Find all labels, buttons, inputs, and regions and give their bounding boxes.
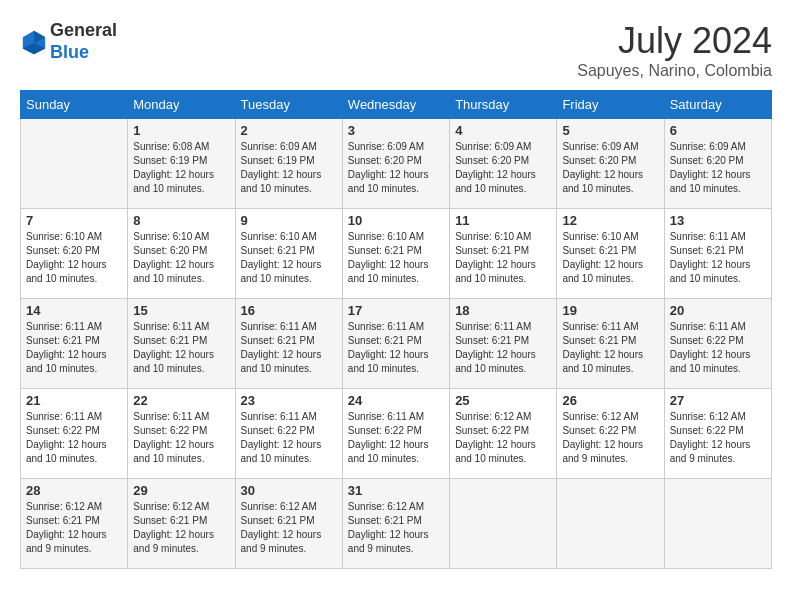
sunset-label: Sunset: 6:20 PM bbox=[455, 155, 529, 166]
daylight-label: Daylight: 12 hours and 10 minutes. bbox=[348, 439, 429, 464]
day-number: 21 bbox=[26, 393, 122, 408]
calendar-cell: 5 Sunrise: 6:09 AM Sunset: 6:20 PM Dayli… bbox=[557, 119, 664, 209]
sunrise-label: Sunrise: 6:12 AM bbox=[241, 501, 317, 512]
sunset-label: Sunset: 6:20 PM bbox=[562, 155, 636, 166]
sunrise-label: Sunrise: 6:12 AM bbox=[26, 501, 102, 512]
cell-content: Sunrise: 6:11 AM Sunset: 6:21 PM Dayligh… bbox=[348, 320, 444, 376]
sunrise-label: Sunrise: 6:09 AM bbox=[241, 141, 317, 152]
sunset-label: Sunset: 6:21 PM bbox=[348, 335, 422, 346]
day-number: 12 bbox=[562, 213, 658, 228]
weekday-header: Sunday bbox=[21, 91, 128, 119]
logo: General Blue bbox=[20, 20, 117, 63]
daylight-label: Daylight: 12 hours and 10 minutes. bbox=[241, 439, 322, 464]
day-number: 19 bbox=[562, 303, 658, 318]
weekday-header: Thursday bbox=[450, 91, 557, 119]
daylight-label: Daylight: 12 hours and 10 minutes. bbox=[241, 259, 322, 284]
cell-content: Sunrise: 6:12 AM Sunset: 6:21 PM Dayligh… bbox=[348, 500, 444, 556]
calendar-cell: 23 Sunrise: 6:11 AM Sunset: 6:22 PM Dayl… bbox=[235, 389, 342, 479]
sunrise-label: Sunrise: 6:10 AM bbox=[348, 231, 424, 242]
sunset-label: Sunset: 6:21 PM bbox=[455, 335, 529, 346]
sunrise-label: Sunrise: 6:12 AM bbox=[670, 411, 746, 422]
calendar-cell: 22 Sunrise: 6:11 AM Sunset: 6:22 PM Dayl… bbox=[128, 389, 235, 479]
logo-icon bbox=[20, 28, 48, 56]
calendar-cell: 9 Sunrise: 6:10 AM Sunset: 6:21 PM Dayli… bbox=[235, 209, 342, 299]
daylight-label: Daylight: 12 hours and 10 minutes. bbox=[670, 259, 751, 284]
sunrise-label: Sunrise: 6:12 AM bbox=[133, 501, 209, 512]
cell-content: Sunrise: 6:11 AM Sunset: 6:22 PM Dayligh… bbox=[26, 410, 122, 466]
cell-content: Sunrise: 6:11 AM Sunset: 6:21 PM Dayligh… bbox=[241, 320, 337, 376]
day-number: 22 bbox=[133, 393, 229, 408]
day-number: 23 bbox=[241, 393, 337, 408]
sunrise-label: Sunrise: 6:11 AM bbox=[670, 321, 746, 332]
cell-content: Sunrise: 6:11 AM Sunset: 6:22 PM Dayligh… bbox=[348, 410, 444, 466]
sunset-label: Sunset: 6:21 PM bbox=[348, 245, 422, 256]
cell-content: Sunrise: 6:11 AM Sunset: 6:21 PM Dayligh… bbox=[133, 320, 229, 376]
sunrise-label: Sunrise: 6:11 AM bbox=[26, 321, 102, 332]
calendar-week-row: 21 Sunrise: 6:11 AM Sunset: 6:22 PM Dayl… bbox=[21, 389, 772, 479]
weekday-header: Monday bbox=[128, 91, 235, 119]
cell-content: Sunrise: 6:11 AM Sunset: 6:22 PM Dayligh… bbox=[133, 410, 229, 466]
logo-line2: Blue bbox=[50, 42, 117, 64]
header-row: SundayMondayTuesdayWednesdayThursdayFrid… bbox=[21, 91, 772, 119]
sunset-label: Sunset: 6:20 PM bbox=[133, 245, 207, 256]
sunset-label: Sunset: 6:21 PM bbox=[670, 245, 744, 256]
sunset-label: Sunset: 6:21 PM bbox=[562, 335, 636, 346]
day-number: 31 bbox=[348, 483, 444, 498]
daylight-label: Daylight: 12 hours and 10 minutes. bbox=[348, 169, 429, 194]
daylight-label: Daylight: 12 hours and 9 minutes. bbox=[348, 529, 429, 554]
daylight-label: Daylight: 12 hours and 10 minutes. bbox=[455, 349, 536, 374]
day-number: 7 bbox=[26, 213, 122, 228]
weekday-header: Wednesday bbox=[342, 91, 449, 119]
calendar-cell: 24 Sunrise: 6:11 AM Sunset: 6:22 PM Dayl… bbox=[342, 389, 449, 479]
daylight-label: Daylight: 12 hours and 10 minutes. bbox=[133, 439, 214, 464]
day-number: 18 bbox=[455, 303, 551, 318]
calendar-header: SundayMondayTuesdayWednesdayThursdayFrid… bbox=[21, 91, 772, 119]
logo-line1: General bbox=[50, 20, 117, 42]
daylight-label: Daylight: 12 hours and 10 minutes. bbox=[562, 169, 643, 194]
sunset-label: Sunset: 6:22 PM bbox=[455, 425, 529, 436]
sunrise-label: Sunrise: 6:09 AM bbox=[455, 141, 531, 152]
daylight-label: Daylight: 12 hours and 10 minutes. bbox=[26, 439, 107, 464]
calendar-cell: 26 Sunrise: 6:12 AM Sunset: 6:22 PM Dayl… bbox=[557, 389, 664, 479]
calendar-cell: 7 Sunrise: 6:10 AM Sunset: 6:20 PM Dayli… bbox=[21, 209, 128, 299]
sunset-label: Sunset: 6:22 PM bbox=[241, 425, 315, 436]
sunrise-label: Sunrise: 6:10 AM bbox=[455, 231, 531, 242]
cell-content: Sunrise: 6:12 AM Sunset: 6:21 PM Dayligh… bbox=[133, 500, 229, 556]
cell-content: Sunrise: 6:11 AM Sunset: 6:21 PM Dayligh… bbox=[562, 320, 658, 376]
day-number: 1 bbox=[133, 123, 229, 138]
sunset-label: Sunset: 6:19 PM bbox=[133, 155, 207, 166]
daylight-label: Daylight: 12 hours and 10 minutes. bbox=[348, 349, 429, 374]
calendar-cell: 29 Sunrise: 6:12 AM Sunset: 6:21 PM Dayl… bbox=[128, 479, 235, 569]
daylight-label: Daylight: 12 hours and 10 minutes. bbox=[133, 349, 214, 374]
cell-content: Sunrise: 6:09 AM Sunset: 6:20 PM Dayligh… bbox=[670, 140, 766, 196]
cell-content: Sunrise: 6:09 AM Sunset: 6:20 PM Dayligh… bbox=[562, 140, 658, 196]
cell-content: Sunrise: 6:12 AM Sunset: 6:22 PM Dayligh… bbox=[670, 410, 766, 466]
day-number: 4 bbox=[455, 123, 551, 138]
cell-content: Sunrise: 6:10 AM Sunset: 6:21 PM Dayligh… bbox=[455, 230, 551, 286]
cell-content: Sunrise: 6:09 AM Sunset: 6:20 PM Dayligh… bbox=[455, 140, 551, 196]
sunrise-label: Sunrise: 6:11 AM bbox=[348, 411, 424, 422]
cell-content: Sunrise: 6:09 AM Sunset: 6:20 PM Dayligh… bbox=[348, 140, 444, 196]
calendar-cell: 30 Sunrise: 6:12 AM Sunset: 6:21 PM Dayl… bbox=[235, 479, 342, 569]
sunset-label: Sunset: 6:21 PM bbox=[26, 515, 100, 526]
sunrise-label: Sunrise: 6:11 AM bbox=[348, 321, 424, 332]
cell-content: Sunrise: 6:11 AM Sunset: 6:21 PM Dayligh… bbox=[455, 320, 551, 376]
title-block: July 2024 Sapuyes, Narino, Colombia bbox=[577, 20, 772, 80]
calendar-cell: 17 Sunrise: 6:11 AM Sunset: 6:21 PM Dayl… bbox=[342, 299, 449, 389]
calendar-cell bbox=[557, 479, 664, 569]
sunset-label: Sunset: 6:22 PM bbox=[133, 425, 207, 436]
daylight-label: Daylight: 12 hours and 10 minutes. bbox=[455, 439, 536, 464]
sunrise-label: Sunrise: 6:10 AM bbox=[133, 231, 209, 242]
daylight-label: Daylight: 12 hours and 9 minutes. bbox=[26, 529, 107, 554]
day-number: 14 bbox=[26, 303, 122, 318]
sunrise-label: Sunrise: 6:11 AM bbox=[670, 231, 746, 242]
sunset-label: Sunset: 6:20 PM bbox=[26, 245, 100, 256]
day-number: 17 bbox=[348, 303, 444, 318]
sunset-label: Sunset: 6:19 PM bbox=[241, 155, 315, 166]
sunset-label: Sunset: 6:21 PM bbox=[455, 245, 529, 256]
sunrise-label: Sunrise: 6:11 AM bbox=[133, 411, 209, 422]
cell-content: Sunrise: 6:11 AM Sunset: 6:21 PM Dayligh… bbox=[26, 320, 122, 376]
cell-content: Sunrise: 6:10 AM Sunset: 6:20 PM Dayligh… bbox=[26, 230, 122, 286]
cell-content: Sunrise: 6:12 AM Sunset: 6:21 PM Dayligh… bbox=[241, 500, 337, 556]
sunset-label: Sunset: 6:21 PM bbox=[133, 515, 207, 526]
